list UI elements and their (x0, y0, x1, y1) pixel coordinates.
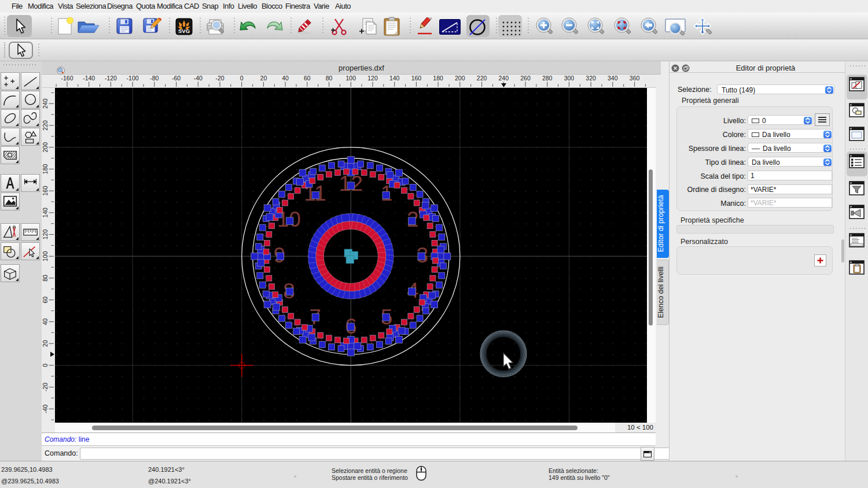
svg-text:-40: -40 (194, 75, 203, 82)
svg-text:140: 140 (389, 75, 400, 82)
svg-text:-80: -80 (150, 75, 159, 82)
svg-text:60: 60 (42, 297, 49, 304)
svg-text:220: 220 (477, 75, 487, 82)
svg-text:-140: -140 (83, 75, 95, 82)
svg-text:180: 180 (42, 164, 49, 174)
svg-text:40: 40 (42, 318, 49, 325)
svg-text:180: 180 (433, 75, 443, 82)
svg-text:200: 200 (42, 142, 49, 153)
svg-text:280: 280 (542, 75, 553, 82)
svg-text:SVG: SVG (178, 28, 190, 34)
svg-text:240: 240 (499, 75, 509, 82)
svg-text:80: 80 (326, 75, 333, 82)
svg-text:220: 220 (42, 120, 49, 131)
svg-text:-40: -40 (42, 404, 49, 413)
svg-text:-60: -60 (172, 75, 181, 82)
svg-text:20: 20 (260, 75, 267, 82)
svg-text:60: 60 (304, 75, 311, 82)
svg-text:-20: -20 (42, 383, 49, 391)
svg-text:-160: -160 (61, 75, 73, 82)
svg-text:340: 340 (608, 75, 618, 82)
svg-text:140: 140 (42, 208, 49, 218)
svg-text:-100: -100 (127, 75, 139, 82)
svg-text:20: 20 (42, 340, 49, 347)
svg-text:200: 200 (455, 75, 465, 82)
svg-text:100: 100 (346, 75, 356, 82)
svg-text:160: 160 (411, 75, 422, 82)
svg-text:160: 160 (42, 186, 49, 196)
svg-text:-20: -20 (215, 75, 224, 82)
svg-text:300: 300 (564, 75, 575, 82)
svg-text:260: 260 (520, 75, 531, 82)
svg-text:240: 240 (42, 98, 49, 109)
svg-text:320: 320 (586, 75, 596, 82)
svg-text:-120: -120 (105, 75, 117, 82)
svg-text:0: 0 (42, 364, 49, 367)
svg-text:120: 120 (42, 230, 49, 240)
svg-text:0: 0 (240, 75, 244, 82)
svg-text:40: 40 (282, 75, 289, 82)
svg-text:100: 100 (42, 251, 49, 261)
svg-text:80: 80 (42, 275, 49, 282)
svg-text:360: 360 (630, 75, 640, 82)
svg-text:120: 120 (367, 75, 378, 82)
